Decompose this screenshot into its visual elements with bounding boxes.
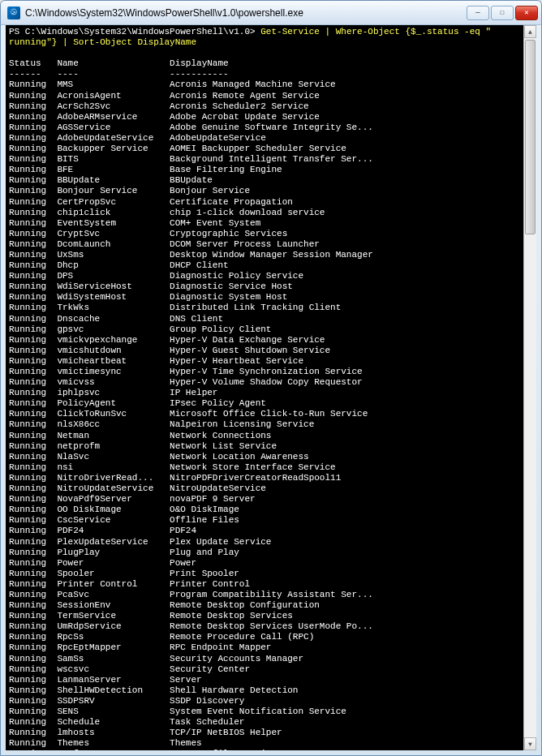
service-row: Running TrkWks Distributed Link Tracking… (9, 303, 520, 313)
service-row: Running PlexUpdateService Plex Update Se… (9, 537, 520, 548)
powershell-icon: ⧁ (7, 6, 20, 19)
service-row: Running Power Power (9, 558, 520, 569)
service-row: Running vmictimesync Hyper-V Time Synchr… (9, 367, 520, 377)
service-row: Running WdiServiceHost Diagnostic Servic… (9, 281, 520, 292)
service-row: Running ClickToRunSvc Microsoft Office C… (9, 409, 520, 419)
service-row: Running netprofm Network List Service (9, 441, 520, 452)
service-row: Running Themes Themes (9, 738, 520, 749)
service-row: Running chip1click chip 1-click download… (9, 208, 520, 218)
service-row: Running nlsX86cc Nalpeiron Licensing Ser… (9, 419, 520, 430)
service-row: Running ShellHWDetection Shell Hardware … (9, 685, 520, 696)
service-row: Running ProfSvc User Profile Service (9, 749, 520, 750)
maximize-button[interactable]: ☐ (491, 6, 514, 20)
blank-line (9, 48, 520, 58)
service-row: Running NlaSvc Network Location Awarenes… (9, 452, 520, 462)
powershell-window: ⧁ C:\Windows\System32\WindowsPowerShell\… (0, 0, 542, 756)
service-row: Running Dnscache DNS Client (9, 314, 520, 324)
service-row: Running UmRdpService Remote Desktop Serv… (9, 621, 520, 632)
service-row: Running Backupper Service AOMEI Backuppe… (9, 144, 520, 154)
service-row: Running vmicvss Hyper-V Volume Shadow Co… (9, 377, 520, 388)
service-row: Running RpcEptMapper RPC Endpoint Mapper (9, 642, 520, 653)
service-row: Running AcronisAgent Acronis Remote Agen… (9, 91, 520, 101)
service-row: Running BBUpdate BBUpdate (9, 175, 520, 186)
service-row: Running vmicshutdown Hyper-V Guest Shutd… (9, 346, 520, 356)
window-buttons: ─ ☐ ✕ (467, 6, 538, 20)
service-row: Running BITS Background Intelligent Tran… (9, 154, 520, 165)
service-row: Running CertPropSvc Certificate Propagat… (9, 197, 520, 208)
service-row: Running AcrSch2Svc Acronis Scheduler2 Se… (9, 101, 520, 112)
service-row: Running Netman Network Connections (9, 431, 520, 441)
service-row: Running PlugPlay Plug and Play (9, 548, 520, 558)
service-row: Running SessionEnv Remote Desktop Config… (9, 600, 520, 611)
window-title: C:\Windows\System32\WindowsPowerShell\v1… (25, 7, 467, 19)
service-row: Running Dhcp DHCP Client (9, 260, 520, 271)
console-content[interactable]: PS C:\Windows\System32\WindowsPowerShell… (6, 25, 523, 750)
service-row: Running BFE Base Filtering Engine (9, 165, 520, 175)
service-row: Running lmhosts TCP/IP NetBIOS Helper (9, 728, 520, 738)
scroll-thumb[interactable] (525, 40, 536, 234)
service-row: Running DPS Diagnostic Policy Service (9, 271, 520, 281)
service-row: Running AdobeUpdateService AdobeUpdateSe… (9, 133, 520, 144)
table-divider: ------ ---- ----------- (9, 69, 520, 79)
service-row: Running SamSs Security Accounts Manager (9, 654, 520, 664)
service-row: Running AGSService Adobe Genuine Softwar… (9, 122, 520, 133)
service-row: Running PDF24 PDF24 (9, 526, 520, 536)
table-header: Status Name DisplayName (9, 58, 520, 69)
prompt-line-wrap: running"} | Sort-Object DisplayName (9, 37, 520, 48)
service-row: Running NovaPdf9Server novaPDF 9 Server (9, 494, 520, 505)
service-row: Running CscService Offline Files (9, 515, 520, 526)
titlebar[interactable]: ⧁ C:\Windows\System32\WindowsPowerShell\… (1, 1, 541, 25)
vertical-scrollbar[interactable]: ▲ ▼ (523, 25, 536, 750)
service-row: Running PcaSvc Program Compatibility Ass… (9, 590, 520, 600)
service-row: Running vmicheartbeat Hyper-V Heartbeat … (9, 356, 520, 367)
service-row: Running EventSystem COM+ Event System (9, 218, 520, 229)
service-row: Running vmickvpexchange Hyper-V Data Exc… (9, 335, 520, 346)
service-row: Running wscsvc Security Center (9, 664, 520, 675)
close-button[interactable]: ✕ (515, 6, 538, 20)
service-row: Running NitroDriverRead... NitroPDFDrive… (9, 473, 520, 483)
service-row: Running iphlpsvc IP Helper (9, 388, 520, 398)
prompt-line: PS C:\Windows\System32\WindowsPowerShell… (9, 27, 520, 37)
service-row: Running NitroUpdateService NitroUpdateSe… (9, 483, 520, 494)
service-row: Running CryptSvc Cryptographic Services (9, 229, 520, 239)
service-row: Running RpcSs Remote Procedure Call (RPC… (9, 632, 520, 642)
service-row: Running SSDPSRV SSDP Discovery (9, 696, 520, 707)
scroll-down-button[interactable]: ▼ (524, 737, 536, 750)
service-row: Running LanmanServer Server (9, 675, 520, 685)
service-row: Running nsi Network Store Interface Serv… (9, 462, 520, 473)
console-area[interactable]: PS C:\Windows\System32\WindowsPowerShell… (6, 25, 536, 750)
service-row: Running SENS System Event Notification S… (9, 707, 520, 717)
service-row: Running TermService Remote Desktop Servi… (9, 611, 520, 621)
service-row: Running DcomLaunch DCOM Server Process L… (9, 239, 520, 250)
service-row: Running gpsvc Group Policy Client (9, 324, 520, 335)
service-row: Running Printer Control Printer Control (9, 579, 520, 590)
service-row: Running WdiSystemHost Diagnostic System … (9, 292, 520, 303)
scroll-up-button[interactable]: ▲ (524, 25, 536, 38)
service-row: Running MMS Acronis Managed Machine Serv… (9, 79, 520, 90)
service-row: Running PolicyAgent IPsec Policy Agent (9, 398, 520, 409)
service-row: Running Spooler Print Spooler (9, 569, 520, 579)
service-row: Running AdobeARMservice Adobe Acrobat Up… (9, 112, 520, 122)
service-row: Running Schedule Task Scheduler (9, 717, 520, 728)
service-row: Running Bonjour Service Bonjour Service (9, 186, 520, 196)
minimize-button[interactable]: ─ (467, 6, 489, 20)
service-row: Running UxSms Desktop Window Manager Ses… (9, 250, 520, 260)
service-row: Running OO DiskImage O&O DiskImage (9, 505, 520, 515)
